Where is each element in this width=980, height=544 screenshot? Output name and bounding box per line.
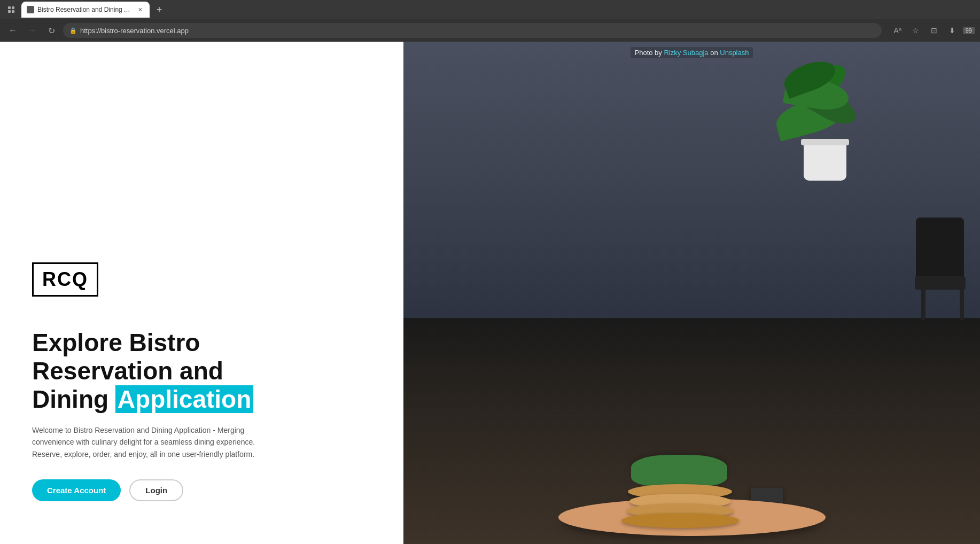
chair-back xyxy=(916,217,964,282)
split-view-button[interactable]: ⊡ xyxy=(927,23,942,38)
create-account-button[interactable]: Create Account xyxy=(32,479,121,501)
forward-button[interactable]: → xyxy=(25,23,40,38)
hero-heading: Explore Bistro Reservation and Dining Ap… xyxy=(32,329,371,414)
svg-rect-0 xyxy=(8,6,11,9)
heading-line1: Explore Bistro xyxy=(32,329,200,356)
new-tab-button[interactable]: + xyxy=(152,2,167,17)
logo-container: RCQ xyxy=(32,262,371,297)
chair-decoration xyxy=(916,217,969,324)
pancake-stack xyxy=(621,455,739,523)
pancake-1 xyxy=(621,513,739,528)
logo-box: RCQ xyxy=(32,262,98,297)
heading-highlight: Application xyxy=(115,385,253,413)
plant-pot xyxy=(804,143,846,181)
page-content: RCQ Explore Bistro Reservation and Dinin… xyxy=(0,42,980,544)
url-text: https://bistro-reservation.vercel.app xyxy=(80,27,189,35)
tab-close-button[interactable]: ✕ xyxy=(136,5,144,14)
active-tab[interactable]: Bistro Reservation and Dining A... ✕ xyxy=(21,2,150,18)
notification-badge: 99 xyxy=(963,27,975,34)
browser-actions: Aᵃ ☆ ⊡ ⬇ 99 xyxy=(890,23,975,38)
svg-rect-1 xyxy=(12,6,14,9)
download-button[interactable]: ⬇ xyxy=(945,23,960,38)
cta-buttons: Create Account Login xyxy=(32,479,371,501)
plant-decoration xyxy=(777,58,873,181)
plant-leaves xyxy=(777,58,873,143)
favorites-button[interactable]: ☆ xyxy=(908,23,923,38)
toppings xyxy=(631,455,727,487)
reader-mode-button[interactable]: Aᵃ xyxy=(890,23,905,38)
tab-favicon xyxy=(27,6,34,13)
restaurant-photo: Photo by Rizky Subagja on Unsplash xyxy=(403,42,980,544)
hero-description: Welcome to Bistro Reservation and Dining… xyxy=(32,424,267,460)
plate-container xyxy=(558,501,826,533)
logo-text: RCQ xyxy=(42,268,88,290)
new-tab-home-button[interactable] xyxy=(3,2,19,18)
photographer-link[interactable]: Rizky Subagja xyxy=(664,49,708,57)
photo-credit: Photo by Rizky Subagja on Unsplash xyxy=(631,47,753,58)
chair-leg-left xyxy=(921,288,925,320)
browser-tab-bar: Bistro Reservation and Dining A... ✕ + xyxy=(0,0,980,19)
photo-credit-on: on xyxy=(709,49,720,57)
heading-line2: Reservation and xyxy=(32,357,223,385)
chair-leg-right xyxy=(960,288,964,320)
photo-credit-prefix: Photo by xyxy=(635,49,664,57)
left-panel: RCQ Explore Bistro Reservation and Dinin… xyxy=(0,42,403,544)
svg-rect-3 xyxy=(12,10,14,13)
address-bar-row: ← → ↻ 🔒 https://bistro-reservation.verce… xyxy=(0,19,980,42)
right-panel: Photo by Rizky Subagja on Unsplash xyxy=(403,42,980,544)
back-button[interactable]: ← xyxy=(5,23,20,38)
reload-button[interactable]: ↻ xyxy=(44,23,59,38)
lock-icon: 🔒 xyxy=(69,27,77,34)
wall-area xyxy=(403,42,980,318)
svg-rect-2 xyxy=(8,10,11,13)
platform-link[interactable]: Unsplash xyxy=(720,49,749,57)
login-button[interactable]: Login xyxy=(129,479,183,501)
tab-title: Bistro Reservation and Dining A... xyxy=(37,6,133,13)
address-bar[interactable]: 🔒 https://bistro-reservation.vercel.app xyxy=(63,23,882,38)
heading-line3-normal: Dining xyxy=(32,385,115,413)
